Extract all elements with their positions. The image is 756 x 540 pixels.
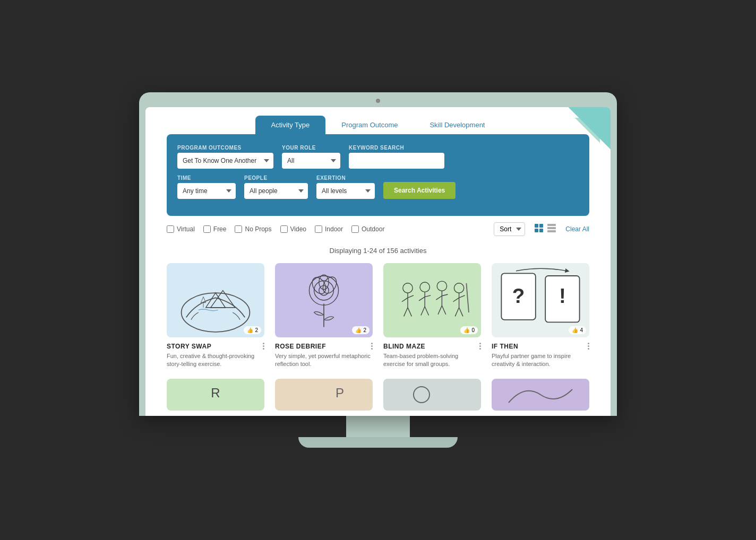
like-badge-rose-debrief: 👍 2 <box>352 326 370 334</box>
tab-activity-type[interactable]: Activity Type <box>255 116 326 134</box>
keyword-search-label: KEYWORD SEARCH <box>349 145 444 151</box>
svg-line-24 <box>408 307 411 316</box>
card-desc-rose-debrief: Very simple, yet powerful metaphoric ref… <box>275 352 371 369</box>
svg-point-31 <box>437 281 446 291</box>
svg-line-23 <box>404 307 408 316</box>
cards-grid: 👍 2 STORY SWAP Fun, creative & thought-p… <box>145 263 611 379</box>
people-group: PEOPLE All people <box>244 175 308 199</box>
monitor-screen: Activity Type Program Outcome Skill Deve… <box>139 92 617 416</box>
card-rose-debrief[interactable]: 👍 2 ROSE DEBRIEF Very simple, yet powerf… <box>275 263 373 369</box>
monitor-base <box>298 437 458 448</box>
svg-line-40 <box>459 295 465 298</box>
card-image-story-swap: 👍 2 <box>167 263 264 337</box>
svg-line-21 <box>402 298 408 301</box>
tab-skill-development[interactable]: Skill Development <box>414 116 501 134</box>
svg-point-25 <box>420 282 429 292</box>
filter-outdoor[interactable]: Outdoor <box>351 225 384 233</box>
svg-line-22 <box>408 295 414 298</box>
card-menu-story-swap[interactable] <box>263 343 264 350</box>
teaser-card-2: P <box>275 379 373 411</box>
teaser-card-1: R <box>167 379 264 411</box>
exertion-group: EXERTION All levels <box>316 175 375 199</box>
checkbox-indoor[interactable] <box>315 225 322 233</box>
grid-view-button[interactable] <box>534 223 544 236</box>
filter-panel: PROGRAM OUTCOMES Get To Know One Another… <box>167 134 589 216</box>
card-title-story-swap: STORY SWAP <box>167 343 263 350</box>
exertion-select[interactable]: All levels <box>316 183 375 199</box>
checkbox-free[interactable] <box>203 225 211 233</box>
your-role-select[interactable]: All <box>282 153 340 169</box>
program-outcomes-group: PROGRAM OUTCOMES Get To Know One Another <box>177 145 273 169</box>
filter-virtual[interactable]: Virtual <box>167 225 195 233</box>
like-badge-blind-maze: 👍 0 <box>460 326 478 334</box>
filter-indoor[interactable]: Indoor <box>315 225 343 233</box>
svg-rect-3 <box>539 229 543 232</box>
clear-all-link[interactable]: Clear All <box>565 225 589 233</box>
svg-point-37 <box>454 283 463 292</box>
checkbox-virtual[interactable] <box>167 225 174 233</box>
program-outcomes-label: PROGRAM OUTCOMES <box>177 145 273 151</box>
list-view-button[interactable] <box>546 223 557 236</box>
card-image-if-then: ? ! <box>492 263 589 337</box>
svg-text:P: P <box>336 386 344 400</box>
svg-line-28 <box>425 295 431 297</box>
svg-point-19 <box>403 283 413 292</box>
monitor-neck <box>346 416 410 437</box>
filter-free[interactable]: Free <box>203 225 227 233</box>
svg-line-35 <box>438 306 442 315</box>
filter-row-2: TIME Any time PEOPLE All people EXERTION <box>177 175 579 199</box>
monitor-wrapper: Activity Type Program Outcome Skill Deve… <box>139 92 617 448</box>
screen-content: Activity Type Program Outcome Skill Deve… <box>145 107 611 416</box>
results-count: Displaying 1-24 of 156 activities <box>145 242 611 263</box>
card-image-rose-debrief: 👍 2 <box>275 263 373 337</box>
people-select[interactable]: All people <box>244 183 308 199</box>
filter-video[interactable]: Video <box>280 225 306 233</box>
svg-rect-0 <box>535 224 538 228</box>
keyword-search-group: KEYWORD SEARCH <box>349 145 444 169</box>
tab-program-outcome[interactable]: Program Outcome <box>325 116 414 134</box>
card-image-blind-maze: 👍 0 <box>383 263 481 337</box>
card-menu-blind-maze[interactable] <box>479 343 481 350</box>
card-blind-maze[interactable]: 👍 0 BLIND MAZE Team-based problem-solvin… <box>383 263 481 369</box>
teaser-card-4 <box>492 379 589 411</box>
card-title-if-then: IF THEN <box>492 343 588 350</box>
svg-point-7 <box>182 293 250 332</box>
toolbar: Virtual Free No Props Video Indoor Outdo… <box>145 216 611 242</box>
svg-point-12 <box>309 276 338 305</box>
svg-rect-5 <box>547 227 556 229</box>
teaser-card-3 <box>383 379 481 411</box>
card-menu-if-then[interactable] <box>588 343 589 350</box>
keyword-search-input[interactable] <box>349 153 444 169</box>
time-select[interactable]: Any time <box>177 183 236 199</box>
svg-rect-4 <box>547 224 556 226</box>
svg-rect-1 <box>539 224 543 228</box>
checkbox-no-props[interactable] <box>235 225 242 233</box>
sort-select[interactable]: Sort <box>494 222 525 236</box>
like-badge-story-swap: 👍 2 <box>244 326 261 334</box>
exertion-label: EXERTION <box>316 175 375 181</box>
card-desc-blind-maze: Team-based problem-solving exercise for … <box>383 352 479 369</box>
like-badge-if-then: 👍 4 <box>569 326 586 334</box>
svg-line-39 <box>453 298 459 301</box>
search-activities-button[interactable]: Search Activities <box>383 182 456 199</box>
checkbox-outdoor[interactable] <box>351 225 359 233</box>
teaser-row: R P <box>145 379 611 416</box>
card-menu-rose-debrief[interactable] <box>371 343 373 350</box>
card-title-rose-debrief: ROSE DEBRIEF <box>275 343 371 350</box>
svg-text:R: R <box>211 386 220 400</box>
card-if-then[interactable]: ? ! <box>492 263 589 369</box>
filter-row-1: PROGRAM OUTCOMES Get To Know One Another… <box>177 145 579 169</box>
your-role-label: YOUR ROLE <box>282 145 340 151</box>
view-icons <box>534 223 557 236</box>
card-story-swap[interactable]: 👍 2 STORY SWAP Fun, creative & thought-p… <box>167 263 264 369</box>
program-outcomes-select[interactable]: Get To Know One Another <box>177 153 273 169</box>
svg-point-50 <box>414 387 429 403</box>
svg-line-41 <box>455 307 459 316</box>
svg-point-16 <box>320 274 339 295</box>
svg-line-42 <box>459 307 463 316</box>
svg-line-36 <box>442 306 445 315</box>
filter-no-props[interactable]: No Props <box>235 225 271 233</box>
card-desc-story-swap: Fun, creative & thought-provoking story-… <box>167 352 263 369</box>
svg-text:!: ! <box>559 284 566 307</box>
checkbox-video[interactable] <box>280 225 288 233</box>
